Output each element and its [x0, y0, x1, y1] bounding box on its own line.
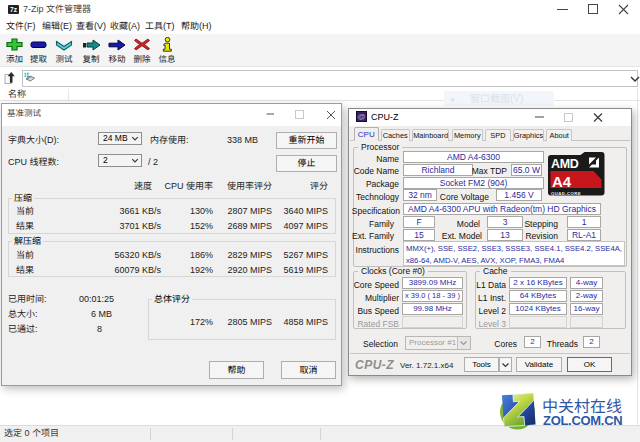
svg-text:QUAD-CORE: QUAD-CORE [551, 191, 581, 196]
svg-text:AMD: AMD [551, 157, 579, 171]
svg-text:A4: A4 [552, 173, 572, 190]
